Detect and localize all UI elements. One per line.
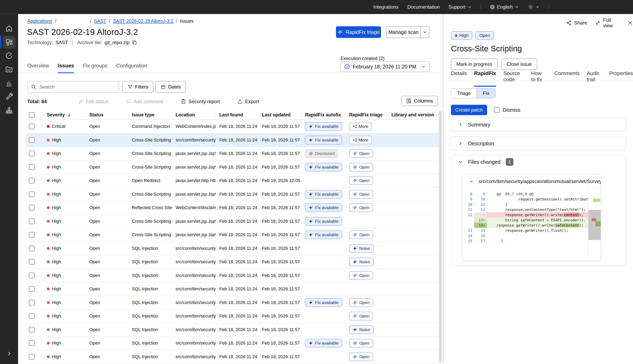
triage-open-button[interactable]: Open	[349, 312, 373, 320]
breadcrumb-applications[interactable]: Applications	[27, 18, 52, 24]
tab-overview[interactable]: Overview	[27, 62, 49, 73]
triage-open-button[interactable]: Open	[349, 271, 373, 280]
row-checkbox[interactable]	[29, 151, 34, 156]
share-button[interactable]: Share	[566, 20, 587, 26]
more-triage-button[interactable]: +2 More	[349, 122, 372, 131]
fix-available-button[interactable]: Fix available	[305, 298, 342, 307]
row-checkbox[interactable]	[29, 327, 34, 332]
close-issue-button[interactable]: Close issue	[501, 58, 537, 70]
topology-icon[interactable]	[2, 104, 16, 117]
triage-open-button[interactable]: Open	[349, 149, 373, 158]
col-issue-type[interactable]: Issue type	[128, 112, 172, 118]
manage-scan-button[interactable]: Manage scan	[386, 26, 420, 38]
create-patch-button[interactable]: Create patch	[451, 105, 487, 115]
triage-open-button[interactable]: Open	[349, 339, 373, 347]
close-panel-icon[interactable]	[628, 20, 633, 26]
select-all-checkbox[interactable]	[29, 112, 34, 118]
triage-noise-button[interactable]: Noise	[349, 244, 374, 253]
col-rapidfix-triage[interactable]: RapidFix triage	[346, 112, 388, 118]
triage-noise-button[interactable]: Noise	[349, 258, 374, 266]
table-row[interactable]: HighOpenCross-Site Scriptingjavax.servle…	[26, 188, 439, 201]
scans-icon[interactable]	[2, 49, 16, 62]
triage-open-button[interactable]: Open	[349, 163, 373, 171]
execution-dropdown[interactable]: February 18, 2026 11:20 PM	[340, 62, 430, 72]
tab-fix-groups[interactable]: Fix groups	[83, 62, 107, 73]
table-row[interactable]: HighOpenSQL Injectionsrc/com/ibm/securit…	[26, 269, 439, 282]
segment-fix[interactable]: Fix	[477, 88, 495, 98]
copy-icon[interactable]	[132, 40, 137, 45]
row-checkbox[interactable]	[29, 124, 34, 129]
row-checkbox[interactable]	[29, 273, 34, 278]
security-report-button[interactable]: Security report	[181, 99, 220, 104]
table-row[interactable]: HighOpenCross-Site Scriptingjavax.servle…	[26, 147, 439, 160]
row-checkbox[interactable]	[29, 354, 34, 360]
tab-source-code[interactable]: Source code	[503, 70, 524, 87]
table-row[interactable]: HighOpenSQL Injectionsrc/com/ibm/securit…	[26, 336, 439, 350]
export-button[interactable]: Export	[238, 99, 259, 104]
fix-available-button[interactable]: Fix available	[305, 339, 342, 347]
tab-comments[interactable]: Comments	[554, 70, 580, 87]
tab-rapidfix[interactable]: RapidFix	[474, 70, 496, 87]
col-rapidfix-autofix[interactable]: RapidFix autofix	[302, 112, 346, 118]
table-row[interactable]: HighOpenReflected Cross Site SWebContent…	[26, 201, 439, 215]
menu-integrations[interactable]: Integrations	[373, 4, 398, 10]
dates-button[interactable]: Dates	[156, 81, 186, 92]
row-checkbox[interactable]	[29, 205, 34, 210]
col-location[interactable]: Location	[172, 112, 216, 118]
tab-audit-trail[interactable]: Audit trail	[587, 70, 602, 87]
manage-scan-menu-button[interactable]	[420, 26, 429, 38]
triage-noise-button[interactable]: Noise	[349, 326, 374, 334]
row-checkbox[interactable]	[29, 340, 34, 346]
col-severity[interactable]: Severity	[43, 112, 86, 118]
home-icon[interactable]	[2, 22, 16, 35]
fix-available-button[interactable]: Fix available	[305, 217, 342, 226]
triage-open-button[interactable]: Open	[349, 352, 373, 361]
triage-open-button[interactable]: Open	[349, 298, 373, 307]
table-row[interactable]: HighOpenSQL Injectionsrc/com/ibm/securit…	[26, 255, 439, 269]
file-path-row[interactable]: src/com/ibm/security/appscan/altoromutua…	[462, 174, 601, 188]
table-row[interactable]: HighOpenSQL Injectionsrc/com/ibm/securit…	[26, 350, 439, 364]
language-selector[interactable]: English	[490, 4, 519, 10]
row-checkbox[interactable]	[29, 178, 34, 184]
col-status[interactable]: Status	[86, 112, 128, 118]
table-row[interactable]: HighOpenSQL Injectionsrc/com/ibm/securit…	[26, 296, 439, 310]
reports-icon[interactable]	[2, 77, 16, 90]
table-row[interactable]: HighOpenSQL Injectionsrc/com/ibm/securit…	[26, 282, 439, 296]
mark-in-progress-button[interactable]: Mark in progress	[451, 58, 498, 70]
add-comment-button[interactable]: Add comment	[126, 99, 163, 104]
breadcrumb-scan[interactable]: SAST 2026-02-19 AltoroJ-3.2	[113, 18, 173, 24]
table-row[interactable]: HighOpenSQL Injectionsrc/com/ibm/securit…	[26, 242, 439, 256]
fix-available-button[interactable]: Fix available	[305, 204, 342, 212]
more-triage-button[interactable]: +2 More	[349, 136, 372, 144]
menu-documentation[interactable]: Documentation	[407, 4, 440, 10]
row-checkbox[interactable]	[29, 232, 34, 238]
fix-available-button[interactable]: Fix available	[305, 163, 342, 171]
table-scrollbar[interactable]	[439, 111, 442, 363]
table-row[interactable]: HighOpenOpen Redirectjavax.servlet.http.…	[26, 174, 439, 188]
breadcrumb-sast[interactable]: SAST	[94, 18, 106, 24]
triage-open-button[interactable]: Open	[349, 176, 373, 185]
row-checkbox[interactable]	[29, 313, 34, 319]
tab-configuration[interactable]: Configuration	[116, 62, 147, 73]
triage-open-button[interactable]: Open	[349, 190, 373, 198]
row-checkbox[interactable]	[29, 218, 34, 224]
dismiss-checkbox[interactable]	[494, 107, 500, 113]
menu-support[interactable]: Support	[448, 4, 472, 10]
tab-properties[interactable]: Properties	[609, 70, 633, 87]
summary-header[interactable]: Summary	[451, 118, 626, 132]
col-last-updated[interactable]: Last updated	[258, 112, 302, 118]
table-row[interactable]: CriticalOpenCommand InjectionWebContent/…	[26, 120, 439, 134]
row-checkbox[interactable]	[29, 286, 34, 292]
row-checkbox[interactable]	[29, 192, 34, 197]
description-header[interactable]: Description	[451, 137, 626, 150]
expand-nav-icon[interactable]	[2, 347, 16, 360]
tab-details[interactable]: Details	[451, 70, 467, 87]
diff-overview-ruler[interactable]	[588, 188, 601, 260]
segment-triage[interactable]: Triage	[451, 88, 477, 98]
tools-icon[interactable]	[2, 90, 16, 103]
table-row[interactable]: HighOpenCross-Site Scriptingjavax.servle…	[26, 160, 439, 174]
files-changed-header[interactable]: Files changed 1	[451, 155, 626, 169]
fix-available-button[interactable]: Fix available	[305, 190, 342, 198]
filters-button[interactable]: Filters	[122, 81, 153, 92]
col-last-found[interactable]: Last found	[216, 112, 258, 118]
